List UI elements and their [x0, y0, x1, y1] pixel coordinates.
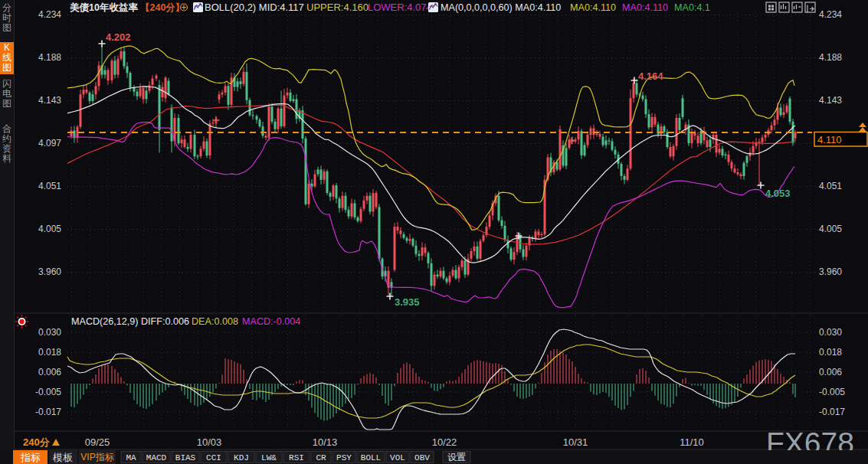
svg-text:图: 图 [2, 22, 11, 33]
svg-text:线: 线 [2, 52, 11, 63]
svg-text:4.051: 4.051 [819, 181, 842, 191]
svg-text:设置: 设置 [447, 452, 466, 462]
svg-text:MA: MA [126, 453, 136, 462]
svg-text:240分: 240分 [23, 436, 51, 448]
svg-text:K: K [4, 42, 10, 53]
svg-text:3.960: 3.960 [819, 266, 842, 277]
svg-text:VOL: VOL [390, 453, 405, 462]
svg-text:DEA:0.008: DEA:0.008 [192, 316, 238, 327]
svg-text:4.202: 4.202 [106, 31, 131, 43]
svg-text:0.030: 0.030 [38, 327, 61, 338]
svg-text:LOWER:4.074: LOWER:4.074 [368, 2, 432, 13]
svg-text:4.143: 4.143 [38, 95, 61, 106]
svg-text:0.030: 0.030 [819, 327, 842, 338]
svg-text:料: 料 [2, 153, 11, 164]
svg-text:图: 图 [2, 98, 11, 109]
svg-text:4.097: 4.097 [38, 138, 61, 149]
svg-text:3.935: 3.935 [395, 296, 420, 308]
svg-text:LW&: LW& [261, 453, 277, 462]
svg-text:-0.005: -0.005 [35, 387, 61, 397]
svg-text:4.164: 4.164 [638, 70, 663, 82]
svg-text:PSY: PSY [336, 453, 352, 462]
svg-text:美债10年收益率: 美债10年收益率 [69, 2, 138, 13]
svg-text:4.143: 4.143 [819, 95, 842, 106]
svg-text:-0.005: -0.005 [819, 387, 845, 397]
svg-text:10/13: 10/13 [313, 436, 338, 448]
svg-text:MA0:4.1: MA0:4.1 [674, 2, 710, 13]
svg-text:UPPER:4.160: UPPER:4.160 [306, 2, 368, 13]
svg-text:MACD: MACD [146, 453, 167, 462]
svg-text:VIP指标: VIP指标 [80, 452, 114, 462]
svg-text:时: 时 [2, 12, 11, 23]
svg-text:4.005: 4.005 [38, 224, 61, 234]
svg-text:BIAS: BIAS [175, 453, 196, 462]
svg-text:BOLL: BOLL [361, 453, 381, 462]
svg-text:RSI: RSI [289, 453, 304, 462]
svg-text:4.110: 4.110 [817, 134, 842, 145]
svg-text:0.006: 0.006 [819, 367, 842, 377]
svg-text:4.234: 4.234 [38, 9, 61, 20]
svg-text:KDJ: KDJ [234, 453, 249, 462]
svg-text:MACD(26,12,9) DIFF:0.006: MACD(26,12,9) DIFF:0.006 [71, 316, 189, 327]
svg-text:指标: 指标 [20, 452, 41, 463]
svg-text:资: 资 [2, 143, 11, 154]
svg-text:BOLL(20,2) MID:4.117: BOLL(20,2) MID:4.117 [205, 2, 304, 13]
svg-text:约: 约 [2, 133, 11, 144]
svg-text:4.188: 4.188 [819, 52, 842, 63]
svg-text:4.234: 4.234 [819, 9, 842, 20]
svg-text:-0.017: -0.017 [35, 407, 61, 417]
svg-text:电: 电 [2, 88, 11, 99]
svg-text:模板: 模板 [52, 452, 73, 463]
svg-text:【240分】: 【240分】 [140, 2, 185, 13]
svg-text:0.006: 0.006 [38, 367, 61, 377]
svg-text:0.018: 0.018 [819, 347, 842, 358]
svg-text:闪: 闪 [2, 78, 11, 89]
svg-text:11/10: 11/10 [680, 436, 704, 448]
svg-text:图: 图 [2, 62, 11, 73]
svg-text:CR: CR [316, 453, 326, 462]
svg-text:4.188: 4.188 [38, 52, 61, 63]
svg-text:3.960: 3.960 [38, 266, 61, 277]
svg-text:10/03: 10/03 [197, 436, 222, 448]
svg-text:MACD:-0.004: MACD:-0.004 [242, 316, 300, 327]
svg-text:0.018: 0.018 [38, 347, 61, 358]
svg-text:4.053: 4.053 [765, 188, 791, 199]
svg-text:MA(0,0,0,0,0,60) MA0:4.110: MA(0,0,0,0,0,60) MA0:4.110 [441, 2, 561, 13]
svg-text:MA0:4.110: MA0:4.110 [570, 2, 616, 13]
svg-text:CCI: CCI [206, 453, 221, 462]
svg-text:09/25: 09/25 [85, 436, 110, 448]
svg-text:分: 分 [2, 2, 11, 13]
svg-text:4.051: 4.051 [38, 181, 61, 191]
svg-text:合: 合 [2, 123, 11, 134]
svg-text:OBV: OBV [414, 453, 430, 462]
svg-text:4.005: 4.005 [819, 224, 842, 234]
svg-text:10/22: 10/22 [432, 436, 457, 448]
svg-text:MA0:4.110: MA0:4.110 [622, 2, 668, 13]
svg-text:10/31: 10/31 [563, 436, 588, 448]
svg-text:-0.017: -0.017 [819, 407, 845, 417]
